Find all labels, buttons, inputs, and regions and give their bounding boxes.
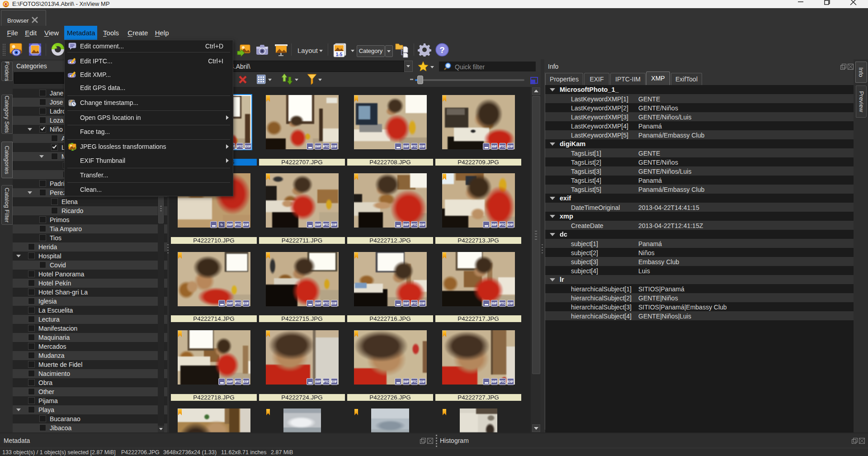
svg-text:1-5: 1-5 [336,52,343,57]
svg-text:?: ? [439,45,445,55]
